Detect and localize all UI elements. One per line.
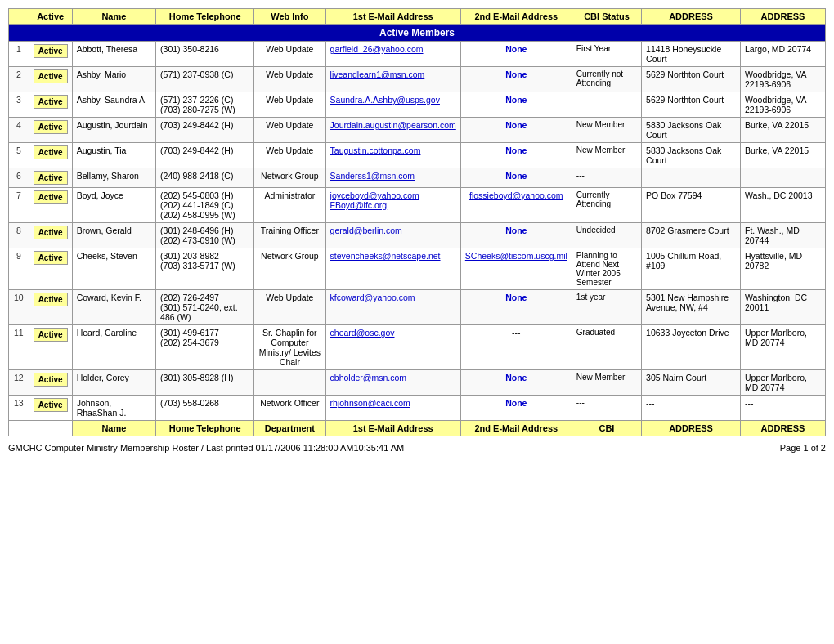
active-badge: Active bbox=[34, 328, 68, 342]
addr1-cell: 5830 Jacksons Oak Court bbox=[642, 118, 741, 143]
addr1-cell: PO Box 77594 bbox=[642, 188, 741, 223]
email1-cell[interactable]: liveandlearn1@msn.com bbox=[325, 67, 460, 92]
email1-link[interactable]: cbholder@msn.com bbox=[330, 373, 407, 382]
email1-link[interactable]: joyceboyd@yahoo.com bbox=[330, 190, 419, 200]
active-cell: Active bbox=[29, 325, 72, 370]
phone-cell: (202) 545-0803 (H)(202) 441-1849 (C)(202… bbox=[156, 188, 254, 223]
email1-link[interactable]: rhjohnson@caci.com bbox=[330, 398, 410, 408]
addr1-cell: 5830 Jacksons Oak Court bbox=[642, 143, 741, 168]
table-row: 7ActiveBoyd, Joyce(202) 545-0803 (H)(202… bbox=[9, 188, 826, 223]
webinfo-cell: Administrator bbox=[254, 188, 325, 223]
phone-cell: (301) 499-6177(202) 254-3679 bbox=[156, 325, 254, 370]
name-cell: Heard, Caroline bbox=[72, 325, 155, 370]
phone-cell: (301) 203-8982(703) 313-5717 (W) bbox=[156, 248, 254, 290]
email1-link[interactable]: Sanderss1@msn.com bbox=[330, 171, 415, 181]
email1-cell[interactable]: joyceboyd@yahoo.comFBoyd@ifc.org bbox=[325, 188, 460, 223]
email1-link[interactable]: gerald@berlin.com bbox=[330, 226, 402, 235]
name-cell: Ashby, Mario bbox=[72, 67, 155, 92]
row-number: 3 bbox=[9, 92, 29, 118]
none-label: None bbox=[505, 373, 527, 382]
table-row: 2ActiveAshby, Mario(571) 237-0938 (C)Web… bbox=[9, 67, 826, 92]
addr1-cell: --- bbox=[642, 168, 741, 188]
email1-cell[interactable]: Saundra.A.Ashby@usps.gov bbox=[325, 92, 460, 118]
none-label: None bbox=[505, 293, 527, 302]
email2-cell[interactable]: flossieboyd@yahoo.com bbox=[460, 188, 572, 223]
email1-link[interactable]: cheard@osc.gov bbox=[330, 328, 395, 338]
name-cell: Abbott, Theresa bbox=[72, 42, 155, 67]
webinfo-cell: Network Officer bbox=[254, 396, 325, 421]
addr2-cell: Largo, MD 20774 bbox=[741, 42, 826, 67]
phone-cell: (571) 237-2226 (C)(703) 280-7275 (W) bbox=[156, 92, 254, 118]
none-label: None bbox=[505, 120, 527, 130]
email1-cell[interactable]: Taugustin.cottonpa.com bbox=[325, 143, 460, 168]
email2-link[interactable]: flossieboyd@yahoo.com bbox=[469, 190, 563, 200]
email2-cell: None bbox=[460, 67, 572, 92]
row-number: 10 bbox=[9, 290, 29, 325]
name-cell: Bellamy, Sharon bbox=[72, 168, 155, 188]
active-badge: Active bbox=[34, 373, 68, 387]
email1-link[interactable]: kfcoward@yahoo.com bbox=[330, 293, 415, 302]
email2-cell: None bbox=[460, 143, 572, 168]
active-cell: Active bbox=[29, 118, 72, 143]
webinfo-cell bbox=[254, 370, 325, 396]
col-header-cbi: CBI Status bbox=[572, 9, 641, 25]
email1-cell[interactable]: kfcoward@yahoo.com bbox=[325, 290, 460, 325]
email1-cell[interactable]: cheard@osc.gov bbox=[325, 325, 460, 370]
table-footer-row: Name Home Telephone Department 1st E-Mai… bbox=[9, 421, 826, 436]
email2-cell: None bbox=[460, 396, 572, 421]
name-cell: Augustin, Tia bbox=[72, 143, 155, 168]
none-label: None bbox=[505, 226, 527, 235]
email1-link[interactable]: Taugustin.cottonpa.com bbox=[330, 145, 421, 155]
active-cell: Active bbox=[29, 92, 72, 118]
email1-cell[interactable]: garfield_26@yahoo.com bbox=[325, 42, 460, 67]
webinfo-cell: Web Update bbox=[254, 67, 325, 92]
table-header-row: Active Name Home Telephone Web Info 1st … bbox=[9, 9, 826, 25]
footer-email2: 2nd E-Mail Address bbox=[460, 421, 572, 436]
email1-link[interactable]: Jourdain.augustin@pearson.com bbox=[330, 120, 456, 130]
addr2-cell: Burke, VA 22015 bbox=[741, 143, 826, 168]
row-number: 7 bbox=[9, 188, 29, 223]
membership-table: Active Name Home Telephone Web Info 1st … bbox=[8, 8, 826, 436]
cbi-cell: New Member bbox=[572, 118, 641, 143]
cbi-cell: Currently Attending bbox=[572, 188, 641, 223]
addr2-cell: Wash., DC 20013 bbox=[741, 188, 826, 223]
row-number: 11 bbox=[9, 325, 29, 370]
webinfo-cell: Sr. Chaplin for Computer Ministry/ Levit… bbox=[254, 325, 325, 370]
table-row: 3ActiveAshby, Saundra A.(571) 237-2226 (… bbox=[9, 92, 826, 118]
table-body: 1ActiveAbbott, Theresa(301) 350-8216Web … bbox=[9, 42, 826, 421]
active-badge: Active bbox=[34, 171, 68, 185]
footer-email1: 1st E-Mail Address bbox=[325, 421, 460, 436]
table-row: 4ActiveAugustin, Jourdain(703) 249-8442 … bbox=[9, 118, 826, 143]
email2-cell: None bbox=[460, 223, 572, 248]
addr1-cell: 305 Nairn Court bbox=[642, 370, 741, 396]
cbi-cell: Planning to Attend Next Winter 2005 Seme… bbox=[572, 248, 641, 290]
email1-link[interactable]: liveandlearn1@msn.com bbox=[330, 69, 425, 79]
email1-cell[interactable]: gerald@berlin.com bbox=[325, 223, 460, 248]
email1-cell[interactable]: stevencheeks@netscape.net bbox=[325, 248, 460, 290]
phone-cell: (703) 558-0268 bbox=[156, 396, 254, 421]
email2-link[interactable]: SCheeks@tiscom.uscg.mil bbox=[465, 251, 567, 261]
row-number: 5 bbox=[9, 143, 29, 168]
email1-cell[interactable]: cbholder@msn.com bbox=[325, 370, 460, 396]
cbi-cell: Undecided bbox=[572, 223, 641, 248]
cbi-cell: Graduated bbox=[572, 325, 641, 370]
phone-cell: (301) 350-8216 bbox=[156, 42, 254, 67]
phone-cell: (703) 249-8442 (H) bbox=[156, 118, 254, 143]
email1-link[interactable]: FBoyd@ifc.org bbox=[330, 200, 388, 210]
footer-right-text: Page 1 of 2 bbox=[780, 443, 826, 453]
email2-cell: None bbox=[460, 92, 572, 118]
email1-cell[interactable]: Jourdain.augustin@pearson.com bbox=[325, 118, 460, 143]
email1-link[interactable]: stevencheeks@netscape.net bbox=[330, 251, 441, 261]
email2-cell[interactable]: SCheeks@tiscom.uscg.mil bbox=[460, 248, 572, 290]
email1-link[interactable]: Saundra.A.Ashby@usps.gov bbox=[330, 95, 440, 105]
active-badge: Active bbox=[34, 44, 68, 58]
email1-cell[interactable]: Sanderss1@msn.com bbox=[325, 168, 460, 188]
table-row: 9ActiveCheeks, Steven(301) 203-8982(703)… bbox=[9, 248, 826, 290]
email1-link[interactable]: garfield_26@yahoo.com bbox=[330, 44, 424, 54]
col-header-active: Active bbox=[29, 9, 72, 25]
footer-addr2: ADDRESS bbox=[741, 421, 826, 436]
email2-cell: None bbox=[460, 42, 572, 67]
active-badge: Active bbox=[34, 226, 68, 239]
email2-cell: None bbox=[460, 370, 572, 396]
email1-cell[interactable]: rhjohnson@caci.com bbox=[325, 396, 460, 421]
